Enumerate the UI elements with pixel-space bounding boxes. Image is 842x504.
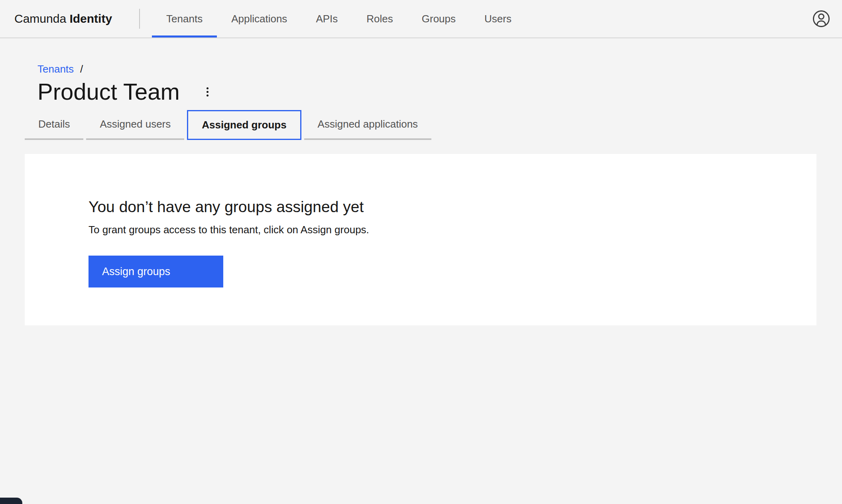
main-content: Tenants / Product Team Details Assigned … <box>0 61 842 325</box>
kebab-vertical-icon <box>207 87 209 96</box>
top-nav: Tenants Applications APIs Roles Groups U… <box>152 0 526 37</box>
assign-groups-button[interactable]: Assign groups <box>89 256 223 287</box>
empty-state-card: You don’t have any groups assigned yet T… <box>25 154 816 325</box>
user-menu-button[interactable] <box>811 8 832 29</box>
breadcrumb-separator: / <box>80 61 83 77</box>
nav-item-applications[interactable]: Applications <box>217 0 301 37</box>
tab-assigned-applications[interactable]: Assigned applications <box>304 110 432 140</box>
tab-details[interactable]: Details <box>25 110 83 140</box>
nav-item-tenants[interactable]: Tenants <box>152 0 217 37</box>
header-divider <box>139 9 140 29</box>
corner-widget[interactable] <box>0 498 22 504</box>
nav-item-groups[interactable]: Groups <box>407 0 470 37</box>
breadcrumb-link-tenants[interactable]: Tenants <box>37 61 74 77</box>
page-title: Product Team <box>37 77 180 107</box>
empty-state-heading: You don’t have any groups assigned yet <box>89 197 816 217</box>
app-logo: Camunda Identity <box>14 12 112 26</box>
brand-name: Camunda <box>14 12 66 25</box>
tab-bar: Details Assigned users Assigned groups A… <box>25 110 842 140</box>
overflow-menu-button[interactable] <box>198 82 217 101</box>
tab-assigned-users[interactable]: Assigned users <box>86 110 184 140</box>
app-header: Camunda Identity Tenants Applications AP… <box>0 0 842 38</box>
tab-assigned-groups[interactable]: Assigned groups <box>187 110 301 140</box>
nav-item-apis[interactable]: APIs <box>301 0 352 37</box>
title-row: Product Team <box>37 77 842 107</box>
empty-state-description: To grant groups access to this tenant, c… <box>89 222 816 237</box>
nav-item-roles[interactable]: Roles <box>352 0 407 37</box>
breadcrumb: Tenants / <box>37 61 842 77</box>
user-avatar-icon <box>812 10 830 28</box>
brand-product: Identity <box>69 12 112 25</box>
nav-item-users[interactable]: Users <box>470 0 526 37</box>
